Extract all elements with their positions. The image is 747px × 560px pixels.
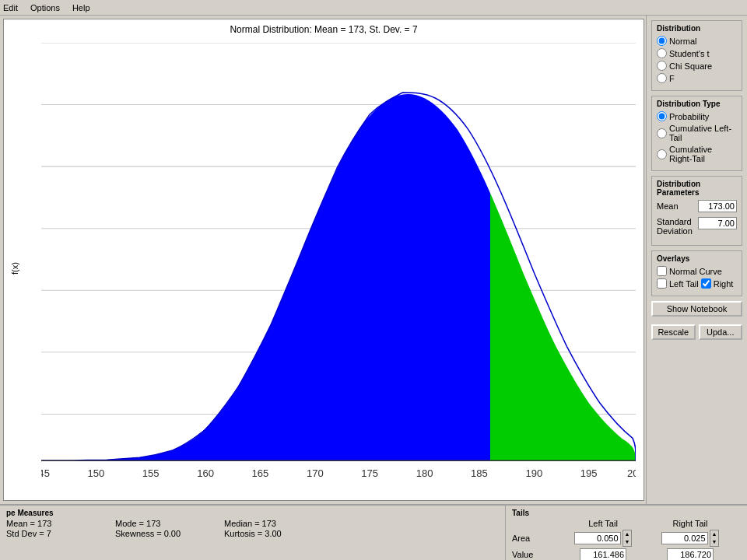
chart-container: f(x) 0.06 0.05 0.04 0.03 xyxy=(4,37,644,500)
svg-text:155: 155 xyxy=(142,467,160,477)
tails-value-right-wrap xyxy=(647,548,733,560)
y-axis-label: f(x) xyxy=(10,262,19,275)
svg-text:170: 170 xyxy=(307,467,324,477)
normal-curve-row: Normal Curve xyxy=(657,266,737,276)
tails-area-left-input[interactable] xyxy=(574,532,621,544)
distribution-f-option[interactable]: F xyxy=(657,73,737,83)
stddev-input[interactable] xyxy=(698,217,737,229)
svg-text:190: 190 xyxy=(525,467,542,477)
spinner-down-icon2[interactable]: ▼ xyxy=(710,538,719,546)
distribution-normal-option[interactable]: Normal xyxy=(657,36,737,46)
distribution-section-title: Distribution xyxy=(657,24,737,33)
stat-stddev: Std Dev = 7 xyxy=(6,529,115,538)
tails-left-header: Left Tail xyxy=(560,519,646,528)
distribution-studentt-option[interactable]: Student's t xyxy=(657,48,737,58)
svg-text:185: 185 xyxy=(471,467,488,477)
rescale-button[interactable]: Rescale xyxy=(651,324,696,340)
svg-text:165: 165 xyxy=(252,467,269,477)
mean-label: Mean xyxy=(657,201,679,211)
dist-type-cumright-radio[interactable] xyxy=(657,149,667,159)
distribution-params-section: Distribution Parameters Mean StandardDev… xyxy=(651,176,742,246)
overlays-title: Overlays xyxy=(657,254,737,263)
dist-type-cumright-option[interactable]: Cumulative Right-Tail xyxy=(657,145,737,163)
tails-area-right-wrap: ▲ ▼ xyxy=(647,530,733,547)
stat-mean: Mean = 173 xyxy=(6,519,115,528)
dist-type-probability-option[interactable]: Probability xyxy=(657,111,737,121)
stat-kurtosis: Kurtosis = 3.00 xyxy=(224,529,333,538)
svg-text:180: 180 xyxy=(416,467,433,477)
stats-grid: Mean = 173 Mode = 173 Median = 173 Std D… xyxy=(6,519,499,538)
distribution-params-title: Distribution Parameters xyxy=(657,180,737,197)
distribution-section: Distribution Normal Student's t Chi Squa… xyxy=(651,20,742,91)
distribution-chisquare-option[interactable]: Chi Square xyxy=(657,61,737,71)
mean-input[interactable] xyxy=(698,200,737,212)
distribution-f-radio[interactable] xyxy=(657,73,667,83)
mean-param-row: Mean xyxy=(657,200,737,212)
stddev-param-row: StandardDeviation xyxy=(657,217,737,236)
right-tail-label: Right xyxy=(714,279,734,289)
normal-curve-label: Normal Curve xyxy=(669,267,722,276)
svg-text:200: 200 xyxy=(627,467,636,477)
distribution-chisquare-radio[interactable] xyxy=(657,61,667,71)
tails-area-left-spinner[interactable]: ▲ ▼ xyxy=(622,530,633,547)
dist-type-cumleft-radio[interactable] xyxy=(657,128,667,138)
tails-area-left-wrap: ▲ ▼ xyxy=(560,530,646,547)
content-area: Normal Distribution: Mean = 173, St. Dev… xyxy=(0,16,747,504)
left-tail-row: Left Tail Right xyxy=(657,278,737,289)
overlays-section: Overlays Normal Curve Left Tail Right xyxy=(651,250,742,296)
tails-value-label: Value xyxy=(512,550,559,559)
bell-curve-svg: 0.06 0.05 0.04 0.03 0.02 0.01 0.00 145 1… xyxy=(41,43,636,477)
distribution-radio-group: Normal Student's t Chi Square F xyxy=(657,36,737,83)
tails-value-right-input[interactable] xyxy=(667,548,714,560)
menubar: Edit Options Help xyxy=(0,0,747,16)
stat-mode: Mode = 173 xyxy=(115,519,224,528)
show-notebook-button[interactable]: Show Notebook xyxy=(651,301,742,317)
stddev-label: StandardDeviation xyxy=(657,217,693,236)
menu-options[interactable]: Options xyxy=(30,3,60,12)
tails-value-left-wrap xyxy=(560,548,646,560)
svg-text:150: 150 xyxy=(87,467,104,477)
spinner-down-icon[interactable]: ▼ xyxy=(623,538,632,546)
dist-type-cumleft-option[interactable]: Cumulative Left-Tail xyxy=(657,124,737,142)
tails-area-right-input[interactable] xyxy=(661,532,708,544)
svg-text:145: 145 xyxy=(41,467,50,477)
spinner-up-icon2[interactable]: ▲ xyxy=(710,530,719,538)
chart-title: Normal Distribution: Mean = 173, St. Dev… xyxy=(4,19,644,37)
tails-title: Tails xyxy=(512,509,741,517)
chart-wrapper: Normal Distribution: Mean = 173, St. Dev… xyxy=(3,19,644,501)
app-wrapper: Edit Options Help Normal Distribution: M… xyxy=(0,0,747,560)
menu-edit[interactable]: Edit xyxy=(3,3,18,12)
distribution-type-section: Distribution Type Probability Cumulative… xyxy=(651,96,742,171)
distribution-studentt-radio[interactable] xyxy=(657,48,667,58)
tails-right-header: Right Tail xyxy=(647,519,733,528)
distribution-normal-radio[interactable] xyxy=(657,36,667,46)
stats-title: pe Measures xyxy=(6,509,499,517)
tails-area-right-spinner[interactable]: ▲ ▼ xyxy=(710,530,720,547)
bottom-section: pe Measures Mean = 173 Mode = 173 Median… xyxy=(0,504,747,560)
menu-help[interactable]: Help xyxy=(72,3,90,12)
tails-panel: Tails Left Tail Right Tail Area ▲ ▼ xyxy=(506,506,747,560)
tails-area-label: Area xyxy=(512,534,559,543)
svg-text:195: 195 xyxy=(580,467,598,477)
stats-panel: pe Measures Mean = 173 Mode = 173 Median… xyxy=(0,506,506,560)
tails-table: Left Tail Right Tail Area ▲ ▼ ▲ ▼ xyxy=(512,519,741,560)
tails-value-left-input[interactable] xyxy=(580,548,626,560)
distribution-type-title: Distribution Type xyxy=(657,100,737,108)
svg-text:160: 160 xyxy=(197,467,214,477)
spinner-up-icon[interactable]: ▲ xyxy=(623,530,632,538)
right-tail-checkbox[interactable] xyxy=(701,278,711,289)
left-tail-label: Left Tail xyxy=(669,279,699,289)
update-button[interactable]: Upda... xyxy=(699,324,743,340)
svg-text:175: 175 xyxy=(361,467,378,477)
right-panel: Distribution Normal Student's t Chi Squa… xyxy=(646,16,747,504)
distribution-type-radio-group: Probability Cumulative Left-Tail Cumulat… xyxy=(657,111,737,163)
left-tail-checkbox[interactable] xyxy=(657,278,667,289)
stat-skewness: Skewness = 0.00 xyxy=(115,529,224,538)
dist-type-probability-radio[interactable] xyxy=(657,111,667,121)
stat-median: Median = 173 xyxy=(224,519,333,528)
normal-curve-checkbox[interactable] xyxy=(657,266,667,276)
